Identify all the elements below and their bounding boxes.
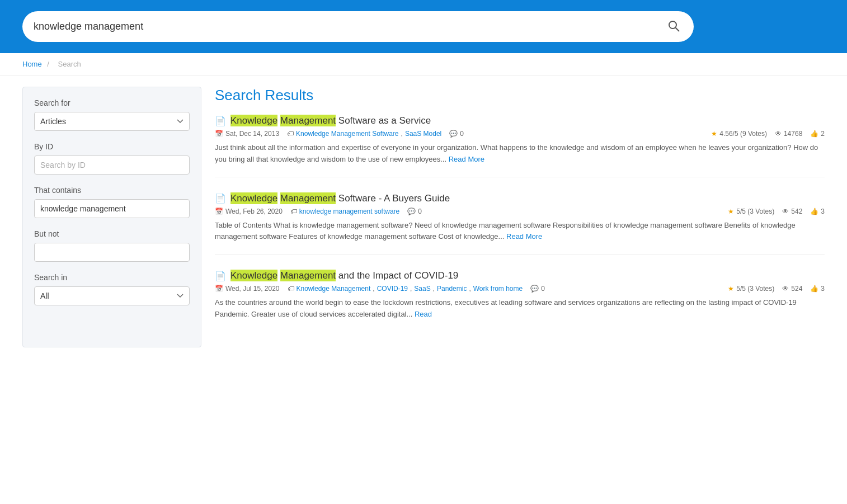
- comment-icon: 💬: [449, 130, 458, 138]
- result-link[interactable]: Knowledge Management and the Impact of C…: [230, 270, 458, 281]
- svg-point-0: [669, 21, 676, 29]
- search-for-select[interactable]: Articles All Files: [34, 112, 190, 131]
- but-not-input[interactable]: [34, 243, 190, 262]
- result-title-row: 📄 Knowledge Management and the Impact of…: [215, 270, 825, 281]
- eye-icon: 👁: [782, 208, 789, 215]
- calendar-icon: 📅: [215, 208, 223, 215]
- like-count: 3: [821, 208, 825, 215]
- sidebar: Search for Articles All Files By ID That…: [22, 87, 201, 347]
- search-bar-container: knowledge management: [22, 11, 694, 42]
- rating-value: 5/5 (3 Votes): [736, 208, 774, 215]
- tag-link[interactable]: SaaS: [414, 285, 430, 293]
- view-count: 542: [791, 208, 802, 215]
- meta-date: 📅 Wed, Feb 26, 2020: [215, 208, 283, 215]
- by-id-input[interactable]: [34, 156, 190, 175]
- result-title-text: Knowledge Management and the Impact of C…: [230, 270, 458, 281]
- result-meta: 📅 Sat, Dec 14, 2013 🏷 Knowledge Manageme…: [215, 130, 825, 138]
- thumb-icon: 👍: [810, 285, 818, 293]
- result-link[interactable]: Knowledge Management Software - A Buyers…: [230, 192, 450, 204]
- tag-link[interactable]: COVID-19: [377, 285, 408, 293]
- search-in-section: Search in All Title Body: [34, 273, 190, 305]
- highlight-management: Management: [280, 270, 336, 281]
- result-meta: 📅 Wed, Jul 15, 2020 🏷 Knowledge Manageme…: [215, 285, 825, 293]
- that-contains-label: That contains: [34, 186, 190, 195]
- tag-link[interactable]: SaaS Model: [405, 130, 441, 138]
- rating-value: 5/5 (3 Votes): [736, 285, 774, 293]
- header: knowledge management: [0, 0, 847, 53]
- main-layout: Search for Articles All Files By ID That…: [0, 76, 847, 359]
- svg-line-1: [676, 28, 680, 32]
- tag-icon: 🏷: [288, 285, 294, 293]
- tag-link[interactable]: Knowledge Management Software: [296, 130, 398, 138]
- search-in-select[interactable]: All Title Body: [34, 286, 190, 305]
- title-rest: and the Impact of COVID-19: [338, 270, 459, 281]
- highlight-management: Management: [280, 115, 336, 126]
- result-link[interactable]: Knowledge Management Software as a Servi…: [230, 115, 431, 126]
- view-count: 14768: [784, 130, 802, 138]
- search-button[interactable]: [665, 17, 683, 36]
- document-icon: 📄: [215, 193, 226, 204]
- meta-rating: ★ 5/5 (3 Votes): [728, 208, 774, 215]
- star-icon: ★: [728, 208, 734, 215]
- meta-comments: 💬 0: [530, 285, 545, 293]
- star-icon: ★: [728, 285, 734, 293]
- search-for-section: Search for Articles All Files: [34, 98, 190, 131]
- meta-date: 📅 Sat, Dec 14, 2013: [215, 130, 279, 138]
- like-count: 2: [821, 130, 825, 138]
- by-id-section: By ID: [34, 142, 190, 175]
- meta-rating: ★ 4.56/5 (9 Votes): [711, 130, 767, 138]
- meta-views: 👁 14768: [775, 130, 802, 138]
- breadcrumb-home[interactable]: Home: [22, 60, 42, 68]
- meta-likes: 👍 3: [810, 285, 825, 293]
- result-excerpt: As the countries around the world begin …: [215, 297, 825, 321]
- that-contains-input[interactable]: knowledge management: [34, 199, 190, 218]
- meta-likes: 👍 3: [810, 208, 825, 215]
- search-for-label: Search for: [34, 98, 190, 107]
- search-in-label: Search in: [34, 273, 190, 282]
- calendar-icon: 📅: [215, 285, 223, 293]
- breadcrumb-separator: /: [47, 60, 49, 68]
- meta-date: 📅 Wed, Jul 15, 2020: [215, 285, 280, 293]
- star-icon: ★: [711, 130, 717, 138]
- results-title: Search Results: [215, 87, 825, 104]
- meta-tags: 🏷 Knowledge Management Software, SaaS Mo…: [287, 130, 441, 138]
- meta-rating: ★ 5/5 (3 Votes): [728, 285, 774, 293]
- view-count: 524: [791, 285, 802, 293]
- document-icon: 📄: [215, 116, 226, 126]
- read-more-link[interactable]: Read More: [506, 232, 542, 241]
- date-text: Wed, Jul 15, 2020: [225, 285, 280, 293]
- highlight-knowledge: Knowledge: [230, 115, 277, 126]
- meta-comments: 💬 0: [407, 208, 422, 215]
- result-item: 📄 Knowledge Management Software as a Ser…: [215, 115, 825, 177]
- result-excerpt: Just think about all the information and…: [215, 142, 825, 166]
- thumb-icon: 👍: [810, 208, 818, 215]
- title-rest: Software as a Service: [338, 115, 431, 126]
- highlight-knowledge: Knowledge: [230, 192, 277, 204]
- result-item: 📄 Knowledge Management Software - A Buye…: [215, 193, 825, 255]
- result-item: 📄 Knowledge Management and the Impact of…: [215, 270, 825, 332]
- meta-right: ★ 5/5 (3 Votes) 👁 542 👍 3: [728, 208, 825, 215]
- meta-likes: 👍 2: [810, 130, 825, 138]
- read-more-link[interactable]: Read: [415, 310, 432, 318]
- highlight-knowledge: Knowledge: [230, 270, 277, 281]
- meta-views: 👁 524: [782, 285, 802, 293]
- results-area: Search Results 📄 Knowledge Management So…: [215, 87, 825, 347]
- meta-right: ★ 5/5 (3 Votes) 👁 524 👍 3: [728, 285, 825, 293]
- read-more-link[interactable]: Read More: [449, 155, 484, 163]
- eye-icon: 👁: [775, 130, 782, 138]
- main-search-input[interactable]: knowledge management: [34, 21, 665, 32]
- result-title-row: 📄 Knowledge Management Software as a Ser…: [215, 115, 825, 126]
- result-title-text: Knowledge Management Software as a Servi…: [230, 115, 431, 126]
- result-excerpt: Table of Contents What is knowledge mana…: [215, 220, 825, 243]
- tag-link[interactable]: Pandemic: [437, 285, 467, 293]
- tag-link[interactable]: Work from home: [473, 285, 523, 293]
- but-not-section: But not: [34, 229, 190, 262]
- date-text: Wed, Feb 26, 2020: [225, 208, 283, 215]
- but-not-label: But not: [34, 229, 190, 238]
- meta-views: 👁 542: [782, 208, 802, 215]
- breadcrumb-current: Search: [58, 60, 81, 68]
- tag-link[interactable]: knowledge management software: [299, 208, 399, 215]
- result-meta: 📅 Wed, Feb 26, 2020 🏷 knowledge manageme…: [215, 208, 825, 215]
- tag-link[interactable]: Knowledge Management: [297, 285, 371, 293]
- date-text: Sat, Dec 14, 2013: [225, 130, 279, 138]
